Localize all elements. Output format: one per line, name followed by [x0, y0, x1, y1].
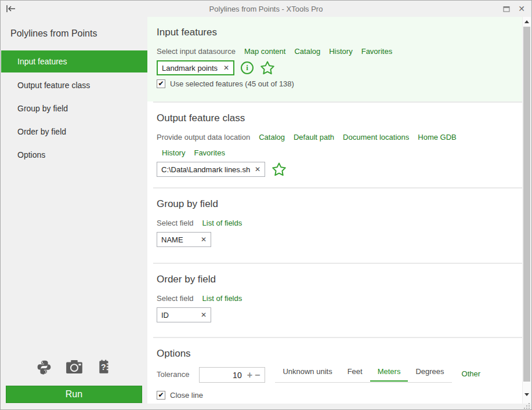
sidebar-item-output-feature-class[interactable]: Output feature class [1, 74, 147, 97]
order-field-field[interactable]: ID ✕ [157, 307, 211, 322]
status-strip [1, 404, 531, 409]
link-other-units[interactable]: Other [462, 369, 481, 383]
checkmark-icon: ✔ [158, 80, 164, 87]
svg-text:?: ? [101, 362, 106, 372]
sidebar-item-input-features[interactable]: Input features [1, 50, 147, 72]
resize-grip-icon[interactable] [523, 403, 530, 409]
scroll-up-icon[interactable] [524, 20, 529, 23]
tool-title: Polylines from Points [10, 28, 97, 39]
output-path-field[interactable]: C:\Data\Landmark lines.shp ✕ [157, 162, 265, 177]
use-selected-label: Use selected features (45 out of 138) [170, 79, 294, 88]
close-line-label: Close line [170, 391, 203, 400]
link-history[interactable]: History [162, 148, 185, 157]
link-catalog[interactable]: Catalog [259, 133, 285, 141]
link-default-path[interactable]: Default path [294, 133, 334, 141]
snapshot-camera-icon[interactable] [66, 359, 83, 375]
input-datasource-label: Select input datasource [157, 47, 236, 56]
tab-feet[interactable]: Feet [340, 366, 370, 382]
tab-degrees[interactable]: Degrees [408, 366, 451, 382]
output-path-value: C:\Data\Landmark lines.shp [161, 165, 250, 174]
help-report-icon[interactable]: ? [97, 360, 112, 375]
section-title: Input features [157, 17, 522, 38]
favorite-star-icon[interactable] [260, 60, 275, 75]
sidebar-tool-icons: ? [1, 359, 147, 375]
select-field-label: Select field [157, 219, 194, 227]
maximize-icon[interactable] [503, 6, 510, 12]
close-line-checkbox[interactable]: ✔ [157, 391, 165, 400]
link-catalog[interactable]: Catalog [294, 47, 320, 56]
sidebar-item-options[interactable]: Options [1, 143, 147, 166]
section-title: Options [157, 338, 522, 360]
link-list-of-fields[interactable]: List of fields [202, 219, 243, 227]
tolerance-label: Tolerance [157, 370, 189, 379]
select-field-label: Select field [157, 294, 194, 303]
section-order-by-field: Order by field Select field List of fiel… [147, 264, 522, 337]
section-input-features: Input features Select input datasource M… [147, 17, 522, 101]
link-map-content[interactable]: Map content [244, 47, 286, 56]
link-home-gdb[interactable]: Home GDB [418, 133, 456, 141]
group-field-value: NAME [161, 235, 183, 244]
title-bar: Polylines from Points - XTools Pro ✕ [1, 1, 531, 17]
scrollbar-thumb[interactable] [523, 27, 530, 382]
favorite-star-icon[interactable] [272, 162, 287, 177]
input-features-value: Landmark points [162, 64, 218, 72]
link-history[interactable]: History [329, 47, 352, 56]
clear-icon[interactable]: ✕ [196, 311, 207, 319]
section-title: Group by field [157, 188, 522, 210]
info-icon[interactable]: i [241, 61, 254, 74]
order-field-value: ID [161, 311, 169, 320]
sidebar-item-group-by-field[interactable]: Group by field [1, 97, 147, 120]
section-options: Options Tolerance 10 + − Unknown units F… [147, 338, 522, 404]
section-output-feature-class: Output feature class Provide output data… [147, 103, 522, 187]
decrement-icon[interactable]: − [254, 371, 261, 380]
window-controls: ✕ [503, 5, 525, 13]
clear-icon[interactable]: ✕ [196, 235, 207, 244]
tab-meters[interactable]: Meters [370, 366, 408, 382]
link-list-of-fields[interactable]: List of fields [202, 294, 243, 303]
link-favorites[interactable]: Favorites [194, 148, 225, 157]
collapse-panel-icon[interactable] [6, 5, 16, 13]
tab-unknown-units[interactable]: Unknown units [275, 366, 339, 382]
sidebar-item-order-by-field[interactable]: Order by field [1, 120, 147, 143]
content-panel: Input features Select input datasource M… [147, 17, 522, 404]
window-title: Polylines from Points - XTools Pro [1, 5, 531, 13]
tolerance-stepper[interactable]: 10 + − [199, 367, 265, 383]
section-title: Output feature class [157, 103, 522, 124]
tolerance-value: 10 [203, 371, 245, 380]
increment-icon[interactable]: + [246, 371, 254, 380]
section-group-by-field: Group by field Select field List of fiel… [147, 188, 522, 263]
scroll-down-icon[interactable] [524, 393, 529, 396]
units-tab-group: Unknown units Feet Meters Degrees [275, 366, 451, 383]
dialog-window: Polylines from Points - XTools Pro ✕ Pol… [0, 0, 532, 410]
vertical-scrollbar[interactable] [522, 17, 531, 404]
link-document-locations[interactable]: Document locations [343, 133, 409, 141]
output-location-label: Provide output data location [157, 133, 250, 141]
input-features-field[interactable]: Landmark points ✕ [157, 60, 234, 75]
link-favorites[interactable]: Favorites [361, 47, 392, 56]
use-selected-checkbox[interactable]: ✔ [157, 79, 165, 88]
python-script-icon[interactable] [37, 360, 52, 375]
checkmark-icon: ✔ [158, 391, 164, 398]
run-button[interactable]: Run [6, 386, 142, 403]
sidebar-nav: Input features Output feature class Grou… [1, 50, 147, 166]
group-field-field[interactable]: NAME ✕ [157, 232, 211, 247]
sidebar: Polylines from Points Input features Out… [1, 17, 147, 404]
section-title: Order by field [157, 264, 522, 285]
close-icon[interactable]: ✕ [518, 5, 525, 13]
clear-icon[interactable]: ✕ [219, 64, 229, 72]
clear-icon[interactable]: ✕ [250, 165, 260, 173]
